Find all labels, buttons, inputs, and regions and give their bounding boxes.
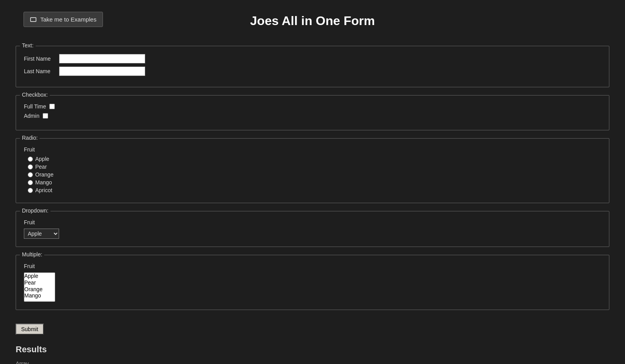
monitor-icon	[30, 17, 36, 22]
fruit-multiple-select[interactable]: Apple Pear Orange Mango	[24, 272, 55, 302]
radio-apple-label: Apple	[35, 156, 49, 162]
multiple-section: Multiple: Fruit Apple Pear Orange Mango	[16, 255, 609, 310]
radio-apricot[interactable]	[28, 188, 33, 193]
radio-pear-row: Pear	[28, 164, 601, 170]
first-name-label: First Name	[24, 56, 59, 62]
form-container: Text: First Name Last Name Checkbox: Ful…	[8, 46, 617, 310]
radio-apricot-row: Apricot	[28, 187, 601, 193]
first-name-row: First Name	[24, 54, 601, 63]
last-name-row: Last Name	[24, 67, 601, 76]
radio-orange-row: Orange	[28, 171, 601, 178]
last-name-input[interactable]	[59, 67, 145, 76]
radio-section: Radio: Fruit Apple Pear Orange Mango Apr…	[16, 138, 609, 203]
radio-apple-row: Apple	[28, 156, 601, 162]
text-section: Text: First Name Last Name	[16, 46, 609, 87]
results-title: Results	[16, 344, 609, 355]
radio-mango[interactable]	[28, 180, 33, 185]
array-label: Array	[16, 360, 609, 364]
radio-legend: Radio:	[20, 135, 40, 141]
full-time-row: Full Time	[24, 103, 601, 110]
submit-button[interactable]: Submit	[16, 324, 44, 335]
radio-mango-row: Mango	[28, 179, 601, 186]
radio-apple[interactable]	[28, 157, 33, 162]
radio-pear-label: Pear	[35, 164, 47, 170]
multiple-option-mango[interactable]: Mango	[24, 292, 55, 299]
radio-pear[interactable]	[28, 164, 33, 169]
admin-row: Admin	[24, 113, 601, 119]
admin-checkbox[interactable]	[43, 113, 48, 119]
radio-orange[interactable]	[28, 172, 33, 177]
full-time-checkbox[interactable]	[49, 104, 55, 109]
first-name-input[interactable]	[59, 54, 145, 63]
multiple-fruit-label: Fruit	[24, 263, 601, 269]
results-section: Results Array	[8, 344, 617, 364]
take-me-to-examples-button[interactable]: Take me to Examples	[23, 12, 103, 27]
fruit-dropdown[interactable]: Apple Pear Orange Mango Apricot	[24, 229, 59, 239]
full-time-label: Full Time	[24, 103, 46, 110]
radio-orange-label: Orange	[35, 171, 54, 178]
checkbox-legend: Checkbox:	[20, 92, 50, 98]
radio-apricot-label: Apricot	[35, 187, 52, 193]
dropdown-section: Dropdown: Fruit Apple Pear Orange Mango …	[16, 211, 609, 247]
multiple-legend: Multiple:	[20, 251, 44, 258]
multiple-option-apple[interactable]: Apple	[24, 273, 55, 279]
multiple-option-orange[interactable]: Orange	[24, 286, 55, 293]
dropdown-legend: Dropdown:	[20, 207, 50, 214]
take-me-button-label: Take me to Examples	[40, 16, 96, 23]
radio-mango-label: Mango	[35, 179, 52, 186]
multiple-option-pear[interactable]: Pear	[24, 279, 55, 286]
text-legend: Text:	[20, 42, 36, 49]
checkbox-section: Checkbox: Full Time Admin	[16, 95, 609, 130]
header-area: Take me to Examples Joes All in One Form	[8, 8, 617, 34]
dropdown-fruit-label: Fruit	[24, 219, 601, 225]
admin-label: Admin	[24, 113, 40, 119]
last-name-label: Last Name	[24, 68, 59, 74]
radio-fruit-label: Fruit	[24, 146, 601, 153]
